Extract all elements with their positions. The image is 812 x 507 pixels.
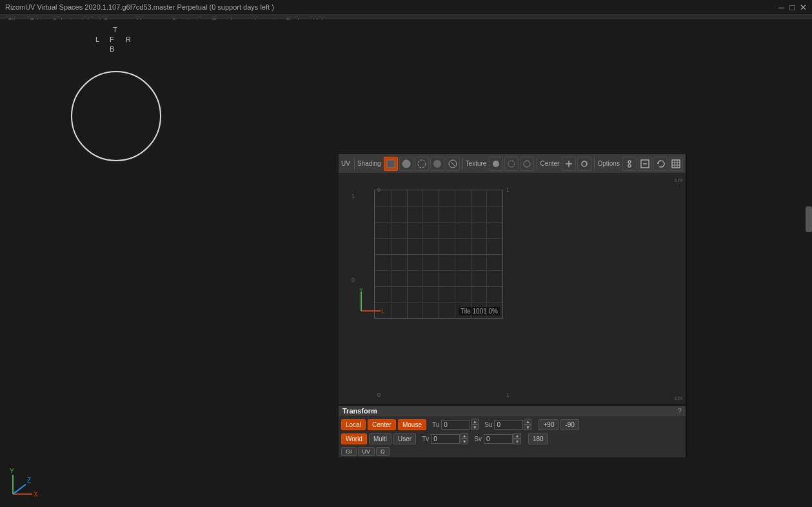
transform-panel: Transform ? Local Center Mouse Tu ▲ [339, 404, 686, 457]
tu-down[interactable]: ▼ [471, 424, 479, 430]
world-btn[interactable]: World [341, 433, 367, 444]
svg-line-91 [451, 162, 455, 166]
transform-rows: Local Center Mouse Tu ▲ ▼ Su [339, 416, 686, 457]
maximize-btn[interactable]: □ [789, 3, 795, 12]
svg-point-93 [508, 161, 515, 167]
gizmo-l: L [95, 35, 99, 43]
minimize-btn[interactable]: ─ [778, 3, 784, 12]
transform-panel-header: Transform ? [339, 406, 686, 416]
svg-text:V: V [359, 288, 363, 292]
uv-texture-icon1[interactable] [489, 157, 503, 171]
title-text: RizomUV Virtual Spaces 2020.1.107.g6f7cd… [5, 3, 274, 11]
uv-texture-icon2[interactable] [504, 157, 519, 171]
transform-row1: Local Center Mouse Tu ▲ ▼ Su [340, 417, 684, 432]
svg-point-99 [628, 164, 631, 167]
svg-point-97 [582, 161, 587, 166]
svg-rect-86 [387, 160, 395, 168]
gizmo-f: F [110, 35, 114, 43]
uv-shading-icon3[interactable] [415, 157, 429, 171]
sv-spinner[interactable]: ▲ ▼ [484, 433, 521, 444]
uv-texture-icon3[interactable] [520, 157, 534, 171]
svg-point-87 [402, 160, 410, 168]
ruler-bottom-1: 1 [506, 392, 510, 398]
scrollbar-thumb[interactable] [806, 206, 812, 232]
svg-rect-101 [672, 160, 680, 168]
viewports-row: Edit. Area 3D Shading [0, 154, 812, 457]
uv-shading-icon4[interactable] [430, 157, 444, 171]
minus90-btn[interactable]: -90 [560, 419, 579, 430]
svg-line-82 [13, 484, 26, 494]
svg-point-89 [433, 160, 441, 168]
svg-point-94 [524, 161, 530, 167]
content-area: Seams ? Cut Update Unwrap Disabled W [0, 28, 812, 507]
mouse-btn[interactable]: Mouse [398, 419, 426, 430]
uv-tab[interactable]: UV [358, 447, 375, 456]
axis-indicator: X Y Z [6, 468, 39, 501]
uv-tabs-row: GI UV Ω [340, 446, 684, 456]
tv-up[interactable]: ▲ [460, 433, 468, 439]
right-scrollbar[interactable] [806, 194, 812, 378]
gi-tab[interactable]: GI [341, 447, 357, 456]
3d-body: Sym. Loc ×2 [0, 174, 337, 457]
su-down[interactable]: ▼ [524, 424, 531, 430]
svg-text:Y: Y [10, 468, 14, 475]
deg180-btn[interactable]: 180 [528, 433, 548, 444]
ruler-v-1: 1 [352, 193, 355, 199]
svg-point-98 [628, 161, 631, 163]
tv-spinner[interactable]: ▲ ▼ [431, 433, 468, 444]
sv-down[interactable]: ▼ [513, 439, 521, 444]
transform-row2: World Multi User Tv ▲ ▼ Sv [340, 432, 684, 446]
titlebar: RizomUV Virtual Spaces 2020.1.107.g6f7cd… [0, 0, 812, 14]
su-spinner[interactable]: ▲ ▼ [494, 419, 531, 430]
ruler-1: 1 [506, 186, 510, 193]
svg-point-88 [418, 160, 426, 168]
su-up[interactable]: ▲ [524, 419, 531, 424]
uvmap-tab[interactable]: Ω [376, 447, 390, 456]
uv-viewport-toolbar: UV Shading T [339, 154, 686, 174]
uv-grid: Tile 1001 0% [374, 190, 503, 319]
ruler-v-0: 0 [352, 277, 355, 283]
uv-shading-icon2[interactable] [399, 157, 413, 171]
plus90-btn[interactable]: +90 [539, 419, 559, 430]
3d-viewport-wrapper: Edit. Area 3D Shading [0, 154, 339, 457]
svg-text:X: X [34, 491, 38, 498]
titlebar-controls[interactable]: ─ □ ✕ [778, 3, 807, 12]
tv-down[interactable]: ▼ [460, 439, 468, 444]
uv-grid-toggle[interactable] [669, 157, 683, 171]
close-btn[interactable]: ✕ [800, 3, 807, 12]
svg-point-92 [493, 161, 499, 167]
sv-up[interactable]: ▲ [513, 433, 521, 439]
gizmo-r: R [126, 35, 131, 43]
multi-btn[interactable]: Multi [369, 433, 391, 444]
ruler-bottom-0: 0 [377, 392, 381, 398]
tu-spinner[interactable]: ▲ ▼ [441, 419, 479, 430]
gizmo-b: B [110, 45, 114, 53]
3d-circle-object [71, 71, 161, 161]
user-btn[interactable]: User [393, 433, 416, 444]
uv-shading-icon1[interactable] [384, 157, 398, 171]
uv-shading-icon5[interactable] [446, 157, 460, 171]
uv-options-icon1[interactable] [622, 157, 637, 171]
gizmo-t: T [113, 26, 117, 34]
tu-up[interactable]: ▲ [471, 419, 479, 424]
center-tf-btn[interactable]: Center [368, 419, 396, 430]
uv-undo-icon[interactable] [653, 157, 668, 171]
cm-label-top: cm [675, 177, 682, 183]
uv-options-icon2[interactable] [638, 157, 652, 171]
svg-text:Z: Z [27, 477, 31, 484]
uv-center-icon1[interactable] [562, 157, 576, 171]
svg-text:U: U [381, 308, 384, 314]
cm-label-right: cm [675, 395, 682, 401]
uv-viewport-wrapper: UV Shading T [339, 154, 687, 457]
local-btn[interactable]: Local [341, 419, 366, 430]
tile-label: Tile 1001 0% [459, 307, 500, 315]
uv-axis-indicator: U V [358, 288, 384, 314]
uv-center-icon2[interactable] [577, 157, 591, 171]
uv-scene-body: cm 0 1 0 1 [339, 174, 686, 404]
